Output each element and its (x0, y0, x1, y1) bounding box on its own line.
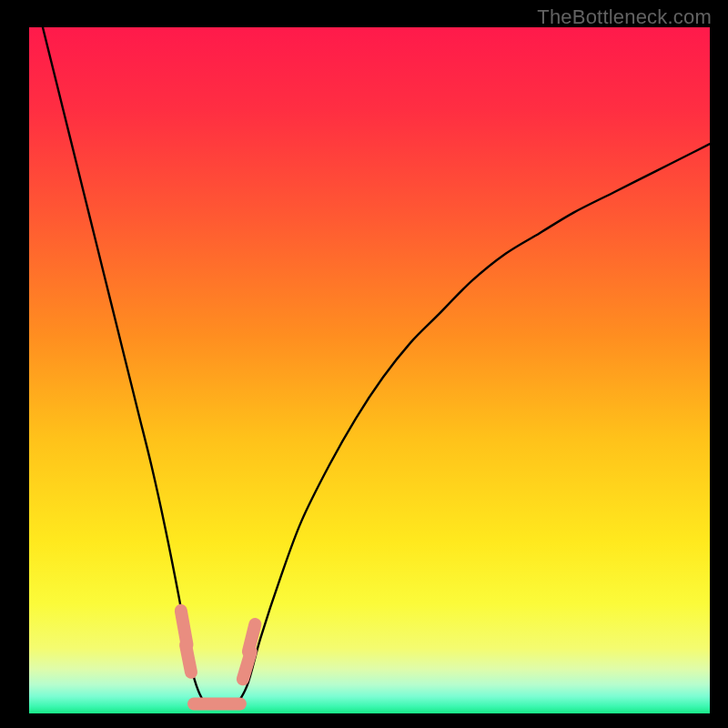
trough-marker-1 (186, 645, 191, 672)
bottleneck-curve-chart (0, 0, 728, 728)
trough-marker-4 (248, 624, 255, 652)
chart-stage: TheBottleneck.com (0, 0, 728, 728)
watermark-text: TheBottleneck.com (537, 5, 712, 29)
plot-background (29, 27, 710, 713)
